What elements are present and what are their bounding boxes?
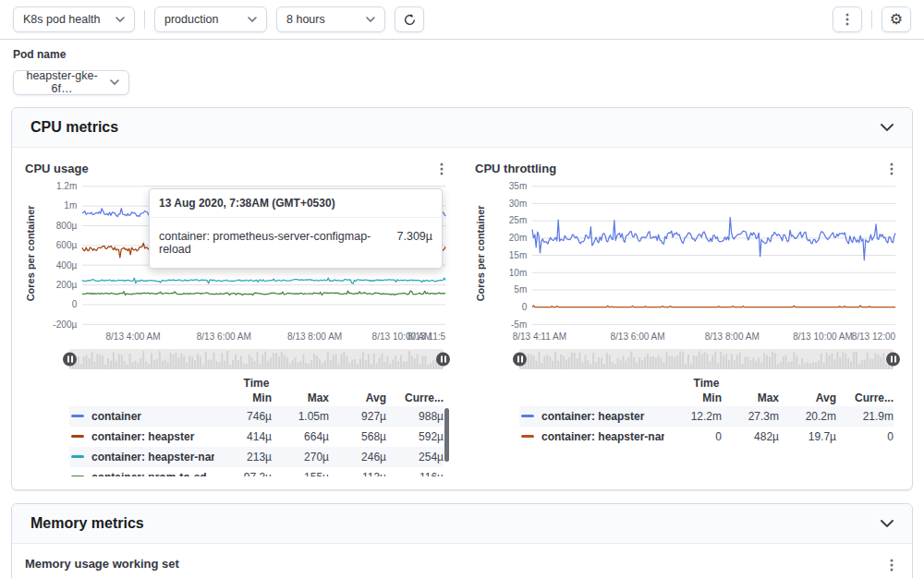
brush-waveform-bar	[714, 351, 716, 368]
x-tick-label: 8/13 6:00 AM	[197, 331, 251, 341]
brush-waveform-bar	[655, 357, 657, 369]
cpu-usage-options-button[interactable]	[434, 161, 449, 177]
legend-row[interactable]: container: prom-to-sd97.3µ155µ113µ116µ	[69, 467, 444, 476]
brush-waveform-bar	[661, 357, 663, 369]
brush-waveform-bar	[110, 360, 112, 369]
legend-row[interactable]: container: heapster-nanny0482µ19.7µ0	[519, 427, 894, 447]
namespace-select[interactable]: production	[154, 6, 267, 32]
refresh-button[interactable]	[395, 6, 424, 32]
series-name: container: heapster-nanny	[91, 451, 214, 464]
brush-waveform-bar	[142, 351, 144, 369]
cpu-throttling-chart: CPU throttling Cores per container 35m30…	[475, 159, 899, 476]
settings-button[interactable]: ⚙	[881, 6, 911, 32]
legend-stat-value: 21.9m	[836, 410, 894, 423]
brush-waveform-bar	[557, 361, 559, 369]
brush-waveform-bar	[235, 354, 237, 368]
brush-waveform-bar	[368, 354, 370, 369]
y-tick-label: 30m	[509, 198, 528, 208]
brush-waveform-bar	[313, 354, 315, 369]
brush-waveform-bar	[208, 360, 210, 369]
brush-waveform-bar	[107, 358, 109, 369]
legend-row[interactable]: container746µ1.05m927µ988µ	[69, 406, 444, 427]
y-tick-label: 15m	[509, 249, 528, 259]
y-tick-label: 1m	[64, 200, 77, 211]
brush-waveform-bar	[826, 353, 828, 369]
gear-icon: ⚙	[890, 12, 903, 27]
brush-waveform-bar	[766, 355, 768, 368]
brush-waveform-bar	[200, 356, 201, 369]
legend-scrollbar[interactable]	[444, 408, 449, 462]
brush-waveform-bar	[308, 364, 310, 369]
brush-waveform-bar	[723, 355, 724, 369]
brush-waveform-bar	[298, 363, 299, 369]
brush-waveform-bar	[577, 358, 578, 369]
brush-waveform-bar	[335, 355, 337, 369]
options-menu-button[interactable]	[833, 6, 862, 32]
memory-metrics-panel: Memory metrics Memory usage working set	[11, 503, 913, 578]
legend-row[interactable]: container: heapster414µ664µ568µ592µ	[69, 427, 444, 447]
cpu-throttling-line-chart[interactable]: 35m30m25m20m15m10m5m0-5m8/13 4:11 AM8/13…	[490, 181, 899, 345]
brush-handle-right[interactable]	[436, 352, 450, 366]
dashboard-select[interactable]: K8s pod health	[13, 6, 135, 32]
brush-waveform-bar	[815, 362, 817, 369]
brush-waveform-bar	[226, 351, 228, 369]
brush-waveform-bar	[373, 354, 375, 369]
brush-waveform-bar	[237, 360, 239, 369]
brush-waveform-bar	[658, 355, 660, 369]
legend-column-header: Min	[214, 391, 272, 404]
brush-waveform-bar	[793, 352, 795, 368]
brush-waveform-bar	[528, 354, 529, 369]
brush-waveform-bar	[847, 358, 849, 369]
brush-waveform-bar	[205, 352, 207, 369]
legend-row[interactable]: container: heapster-nanny213µ270µ246µ254…	[69, 447, 444, 467]
time-range-select[interactable]: 8 hours	[276, 6, 385, 32]
legend-row[interactable]: container: heapster12.2m27.3m20.2m21.9m	[519, 406, 894, 427]
brush-waveform-bar	[243, 364, 245, 369]
legend-stat-value: 927µ	[329, 410, 386, 423]
x-tick-label: 8/13 4:11 AM	[513, 331, 566, 341]
brush-handle-right[interactable]	[886, 352, 900, 366]
cpu-metrics-accordion-header[interactable]: CPU metrics	[12, 108, 912, 148]
toolbar-left-controls: K8s pod health production 8 hours	[13, 6, 424, 32]
brush-waveform-bar	[427, 365, 429, 369]
chevron-down-icon	[110, 79, 119, 85]
pod-select[interactable]: heapster-gke-6f…	[13, 70, 129, 95]
brush-waveform-bar	[563, 355, 565, 369]
legend-stat-value: 20.2m	[779, 410, 836, 423]
brush-waveform-bar	[211, 360, 213, 369]
brush-waveform-bar	[728, 360, 730, 369]
brush-handle-left[interactable]	[63, 352, 77, 366]
memory-metrics-body: Memory usage working set	[12, 544, 912, 578]
cpu-usage-time-brush[interactable]	[69, 349, 444, 369]
brush-waveform-bar	[406, 361, 407, 369]
brush-waveform-bar	[191, 356, 193, 369]
memory-metrics-accordion-header[interactable]: Memory metrics	[12, 504, 912, 544]
brush-waveform-bar	[232, 360, 234, 369]
cpu-throttling-options-button[interactable]	[884, 161, 899, 177]
brush-waveform-bar	[699, 351, 700, 369]
namespace-select-value: production	[164, 13, 218, 26]
brush-waveform-bar	[665, 352, 667, 369]
brush-waveform-bar	[818, 361, 820, 369]
brush-waveform-bar	[790, 361, 792, 369]
toolbar-divider	[871, 10, 872, 29]
brush-waveform-bar	[612, 362, 614, 369]
brush-waveform-bar	[424, 355, 426, 369]
brush-waveform-bar	[202, 365, 204, 369]
brush-waveform-bar	[644, 357, 646, 369]
brush-waveform-bar	[386, 356, 388, 369]
brush-waveform-bar	[549, 356, 551, 369]
brush-waveform-bar	[807, 362, 808, 369]
brush-waveform-bar	[582, 362, 584, 369]
memory-usage-options-button[interactable]	[884, 557, 899, 573]
memory-usage-working-set-title: Memory usage working set	[25, 557, 179, 571]
cpu-throttling-time-brush[interactable]	[519, 349, 894, 369]
legend-stat-value: 213µ	[214, 451, 272, 464]
brush-waveform-bar	[295, 357, 297, 369]
brush-waveform-bar	[783, 356, 784, 369]
brush-handle-left[interactable]	[513, 352, 527, 366]
brush-waveform-bar	[598, 357, 600, 369]
series-name: container: prom-to-sd	[91, 471, 207, 476]
tooltip-series-label: container: prometheus-server-configmap-r…	[159, 230, 384, 256]
y-tick-label: 25m	[509, 215, 528, 225]
